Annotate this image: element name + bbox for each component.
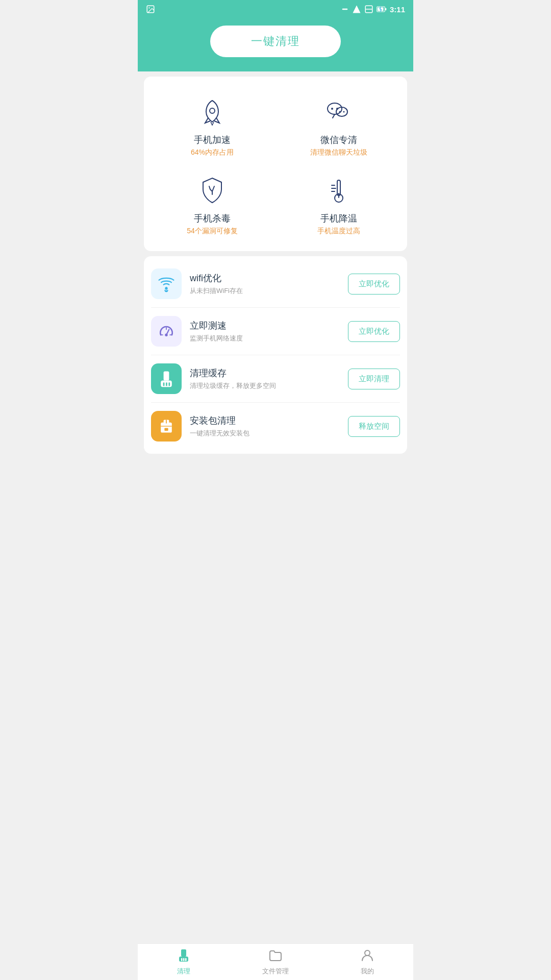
feature-cool-down[interactable]: 手机降温 手机温度过高: [276, 167, 402, 241]
feature-grid: 手机加速 64%内存占用 微信专清 清理微信聊天垃圾: [149, 89, 402, 241]
svg-point-26: [165, 290, 167, 292]
feature-antivirus-subtitle: 54个漏洞可修复: [187, 227, 238, 236]
feature-wechat-clean[interactable]: 微信专清 清理微信聊天垃圾: [276, 89, 402, 162]
tool-cache-name: 清理缓存: [190, 367, 348, 379]
feature-wechat-clean-title: 微信专清: [320, 134, 357, 146]
svg-rect-35: [166, 382, 167, 386]
svg-point-25: [165, 287, 167, 289]
svg-marker-3: [353, 6, 360, 13]
feature-antivirus-title: 手机杀毒: [194, 212, 231, 225]
header: 一键清理: [138, 18, 413, 71]
tool-wifi-desc: 从未扫描WiFi存在: [190, 286, 348, 296]
svg-point-1: [148, 7, 149, 8]
sim-icon: [364, 5, 373, 14]
status-left: [146, 5, 155, 14]
svg-rect-2: [342, 9, 348, 10]
speedometer-icon-wrap: [151, 316, 182, 347]
feature-cool-down-title: 手机降温: [320, 212, 357, 225]
tool-wifi-text: wifi优化 从未扫描WiFi存在: [190, 272, 348, 296]
tool-cache-clean[interactable]: 清理缓存 清理垃圾缓存，释放更多空间 立即清理: [151, 355, 400, 403]
speed-test-button[interactable]: 立即优化: [348, 321, 400, 342]
svg-point-28: [165, 334, 167, 336]
status-right: 3:11: [341, 5, 405, 14]
time-display: 3:11: [390, 5, 405, 14]
one-click-clean-button[interactable]: 一键清理: [210, 26, 341, 57]
status-bar: 3:11: [138, 0, 413, 18]
svg-point-17: [339, 111, 341, 113]
svg-rect-37: [161, 423, 172, 433]
svg-rect-41: [164, 428, 168, 431]
wifi-icon-wrap: [151, 268, 182, 299]
tool-speed-name: 立即测速: [190, 320, 348, 332]
tool-wifi-name: wifi优化: [190, 272, 348, 284]
thermometer-icon: [321, 173, 357, 208]
tool-cache-text: 清理缓存 清理垃圾缓存，释放更多空间: [190, 367, 348, 390]
rocket-icon: [194, 94, 230, 130]
cache-clean-button[interactable]: 立即清理: [348, 369, 400, 389]
package-icon-wrap: [151, 411, 182, 442]
svg-rect-32: [164, 372, 169, 381]
tool-apk-text: 安装包清理 一键清理无效安装包: [190, 414, 348, 438]
tool-speed-test[interactable]: 立即测速 监测手机网络速度 立即优化: [151, 308, 400, 355]
svg-point-14: [331, 108, 333, 110]
broom-icon-wrap: [151, 363, 182, 394]
svg-rect-7: [385, 8, 386, 10]
package-icon: [157, 417, 176, 435]
svg-point-12: [210, 108, 215, 113]
tool-list-card: wifi优化 从未扫描WiFi存在 立即优化 立即测速 监测手机网络速度 立即优…: [144, 256, 407, 454]
wifi-optimize-button[interactable]: 立即优化: [348, 274, 400, 295]
signal-icon: [352, 5, 361, 14]
speedometer-icon: [157, 322, 176, 340]
feature-card: 手机加速 64%内存占用 微信专清 清理微信聊天垃圾: [144, 77, 407, 251]
feature-phone-boost-subtitle: 64%内存占用: [191, 148, 234, 157]
tool-apk-desc: 一键清理无效安装包: [190, 429, 348, 438]
svg-point-18: [343, 111, 345, 113]
wifi-icon: [157, 275, 176, 293]
feature-phone-boost-title: 手机加速: [194, 134, 231, 146]
shield-icon: [194, 173, 230, 208]
broom-icon: [157, 370, 176, 388]
feature-phone-boost[interactable]: 手机加速 64%内存占用: [149, 89, 276, 162]
tool-speed-text: 立即测速 监测手机网络速度: [190, 320, 348, 343]
tool-cache-desc: 清理垃圾缓存，释放更多空间: [190, 381, 348, 390]
tool-apk-clean[interactable]: 安装包清理 一键清理无效安装包 释放空间: [151, 403, 400, 450]
tool-apk-name: 安装包清理: [190, 414, 348, 427]
wechat-icon: [321, 94, 357, 130]
feature-wechat-clean-subtitle: 清理微信聊天垃圾: [310, 148, 367, 157]
svg-rect-36: [169, 382, 170, 386]
tool-wifi-optimize[interactable]: wifi优化 从未扫描WiFi存在 立即优化: [151, 260, 400, 308]
battery-icon: [377, 6, 387, 13]
tool-speed-desc: 监测手机网络速度: [190, 334, 348, 343]
minus-icon: [341, 5, 349, 13]
svg-rect-34: [163, 382, 165, 386]
feature-antivirus[interactable]: 手机杀毒 54个漏洞可修复: [149, 167, 276, 241]
feature-cool-down-subtitle: 手机温度过高: [317, 227, 360, 236]
photo-icon: [146, 5, 155, 14]
apk-clean-button[interactable]: 释放空间: [348, 416, 400, 437]
svg-point-13: [328, 103, 342, 114]
